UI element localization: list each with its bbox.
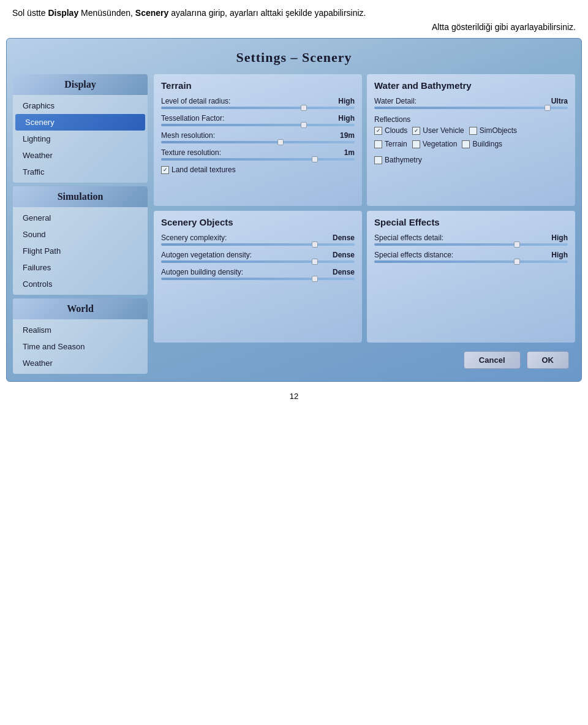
special-effects-panel: Special Effects Special effects detail: … (367, 211, 575, 343)
fx-distance-thumb[interactable] (514, 259, 520, 265)
texture-res-value: 1m (344, 148, 355, 157)
fx-distance-value: High (551, 251, 568, 259)
header-line1: Sol üstte Display Menüsünden, Scenery ay… (0, 0, 588, 22)
reflections-section: Reflections (374, 114, 568, 124)
clouds-checkbox[interactable] (374, 127, 382, 135)
fx-distance-label: Special effects distance: (374, 251, 453, 259)
clouds-checkbox-row: Clouds (374, 126, 407, 135)
sidebar-item-failures[interactable]: Failures (13, 259, 148, 276)
reflections-row2: Terrain Vegetation Buildings (374, 140, 568, 151)
mesh-res-thumb[interactable] (277, 139, 284, 145)
texture-res-label: Texture resolution: (161, 148, 221, 157)
sidebar-item-controls[interactable]: Controls (13, 276, 148, 292)
texture-res-slider[interactable] (161, 158, 355, 161)
texture-res-thumb[interactable] (312, 156, 318, 162)
vegetation-label: Vegetation (423, 140, 458, 148)
water-detail-label: Water Detail: (374, 97, 417, 105)
vegetation-density-label: Autogen vegetation density: (161, 251, 252, 259)
sidebar-display-title: Display (13, 74, 148, 95)
bathymetry-checkbox[interactable] (374, 156, 382, 164)
water-detail-thumb[interactable] (545, 105, 551, 111)
land-textures-checkbox[interactable] (161, 166, 169, 174)
sidebar-item-weather-display[interactable]: Weather (13, 147, 148, 164)
terrain-panel: Terrain Level of detail radius: High Tes… (154, 74, 362, 206)
scenery-complexity-row: Scenery complexity: Dense (161, 233, 355, 242)
lod-radius-slider[interactable] (161, 107, 355, 109)
dialog-footer: Cancel OK (154, 347, 575, 375)
fx-detail-slider[interactable] (374, 243, 568, 246)
building-density-value: Dense (333, 268, 355, 276)
bathymetry-label: Bathymetry (385, 156, 422, 164)
dialog-body: Display Graphics Scenery Lighting Weathe… (7, 74, 581, 381)
mesh-res-label: Mesh resolution: (161, 131, 215, 140)
water-detail-value: Ultra (551, 97, 568, 105)
sidebar-item-lighting[interactable]: Lighting (13, 131, 148, 147)
sidebar-world-section: World Realism Time and Season Weather (13, 298, 148, 374)
simobjects-label: SimObjects (480, 126, 517, 135)
sidebar-item-scenery[interactable]: Scenery (15, 114, 145, 131)
buildings-label: Buildings (472, 140, 502, 148)
clouds-label: Clouds (385, 126, 407, 135)
sidebar-simulation-title: Simulation (13, 186, 148, 207)
scenery-objects-title: Scenery Objects (161, 217, 355, 227)
building-density-slider[interactable] (161, 278, 355, 280)
lod-radius-thumb[interactable] (301, 105, 307, 111)
tessellation-row: Tessellation Factor: High (161, 114, 355, 123)
main-content: Terrain Level of detail radius: High Tes… (154, 74, 575, 375)
tessellation-value: High (338, 114, 355, 123)
scenery-complexity-thumb[interactable] (312, 241, 318, 248)
fx-detail-row: Special effects detail: High (374, 233, 568, 242)
user-vehicle-checkbox[interactable] (412, 127, 420, 135)
terrain-label: Terrain (385, 140, 407, 148)
sidebar-item-traffic[interactable]: Traffic (13, 164, 148, 180)
tessellation-slider[interactable] (161, 124, 355, 126)
scenery-complexity-value: Dense (333, 233, 355, 242)
special-effects-title: Special Effects (374, 217, 568, 227)
mesh-res-row: Mesh resolution: 19m (161, 131, 355, 140)
fx-detail-value: High (551, 233, 568, 242)
lod-radius-label: Level of detail radius: (161, 97, 230, 105)
vegetation-checkbox[interactable] (412, 140, 420, 148)
mesh-res-value: 19m (340, 131, 355, 140)
texture-res-row: Texture resolution: 1m (161, 148, 355, 157)
sidebar-item-weather-world[interactable]: Weather (13, 355, 148, 371)
tessellation-label: Tessellation Factor: (161, 114, 224, 123)
dialog-title: Settings – Scenery (7, 39, 581, 74)
page-number: 12 (0, 382, 588, 406)
lod-radius-value: High (338, 97, 355, 105)
sidebar-display-section: Display Graphics Scenery Lighting Weathe… (13, 74, 148, 183)
scenery-complexity-slider[interactable] (161, 243, 355, 246)
sidebar-item-realism[interactable]: Realism (13, 322, 148, 338)
land-textures-label: Land detail textures (172, 165, 236, 174)
sidebar-item-sound[interactable]: Sound (13, 226, 148, 243)
building-density-label: Autogen building density: (161, 268, 243, 276)
sidebar-item-graphics[interactable]: Graphics (13, 97, 148, 114)
sidebar-item-general[interactable]: General (13, 210, 148, 226)
buildings-checkbox-row: Buildings (462, 140, 502, 148)
fx-detail-label: Special effects detail: (374, 233, 443, 242)
building-density-thumb[interactable] (312, 276, 318, 282)
reflections-row1: Clouds User Vehicle SimObjects (374, 126, 568, 137)
sidebar: Display Graphics Scenery Lighting Weathe… (13, 74, 148, 375)
simobjects-checkbox[interactable] (469, 127, 477, 135)
vegetation-density-thumb[interactable] (312, 259, 318, 265)
ok-button[interactable]: OK (527, 351, 570, 369)
header-line2: Altta gösterildiği gibi ayarlayabilirsin… (0, 22, 588, 38)
water-title: Water and Bathymetry (374, 80, 568, 91)
cancel-button[interactable]: Cancel (464, 351, 521, 369)
mesh-res-slider[interactable] (161, 141, 355, 143)
water-detail-slider[interactable] (374, 107, 568, 109)
reflections-title: Reflections (374, 115, 410, 124)
user-vehicle-label: User Vehicle (423, 126, 464, 135)
buildings-checkbox[interactable] (462, 140, 470, 148)
lod-radius-row: Level of detail radius: High (161, 97, 355, 105)
bathymetry-row: Bathymetry (374, 156, 568, 164)
sidebar-item-flight-path[interactable]: Flight Path (13, 243, 148, 259)
fx-distance-slider[interactable] (374, 260, 568, 263)
sidebar-item-time-season[interactable]: Time and Season (13, 338, 148, 355)
vegetation-density-row: Autogen vegetation density: Dense (161, 251, 355, 259)
fx-detail-thumb[interactable] (514, 241, 520, 248)
terrain-checkbox[interactable] (374, 140, 382, 148)
vegetation-density-slider[interactable] (161, 260, 355, 263)
tessellation-thumb[interactable] (301, 122, 307, 128)
